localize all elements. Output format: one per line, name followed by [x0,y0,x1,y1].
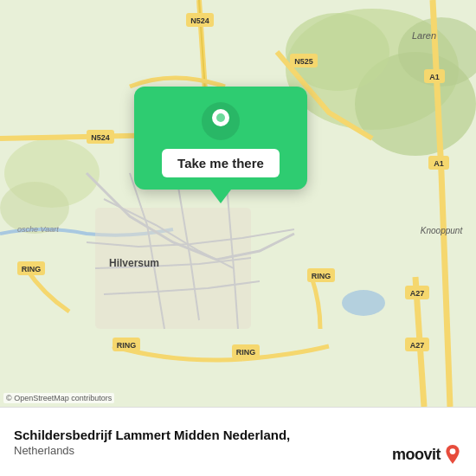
svg-text:A27: A27 [410,341,425,350]
footer: Schildersbedrijf Lammert Midden Nederlan… [0,407,476,476]
svg-text:A1: A1 [434,159,444,168]
svg-point-7 [342,290,385,316]
moovit-logo: moovit [392,445,462,464]
popup-card: Take me there [134,87,307,190]
svg-text:RING: RING [236,348,256,357]
svg-text:osche Vaart: osche Vaart [17,225,59,234]
svg-text:Laren: Laren [412,30,436,41]
svg-text:Hilversum: Hilversum [109,257,159,269]
svg-point-38 [450,448,456,454]
svg-text:Knooppunt: Knooppunt [421,226,464,235]
svg-text:RING: RING [22,265,42,273]
svg-text:RING: RING [312,272,331,280]
moovit-icon [443,445,462,464]
svg-text:A27: A27 [410,289,425,298]
business-name: Schildersbedrijf Lammert Midden Nederlan… [14,428,462,442]
location-pin-icon [202,102,240,140]
moovit-text: moovit [392,446,441,464]
svg-text:A1: A1 [429,73,440,81]
svg-text:N524: N524 [190,16,209,25]
svg-text:N525: N525 [294,57,313,66]
svg-text:N524: N524 [91,133,110,142]
svg-text:RING: RING [117,341,137,350]
take-me-there-button[interactable]: Take me there [162,149,280,177]
map-svg: N524 N524 N525 A1 A1 A27 A27 RING RING R… [0,0,476,407]
map-container: N524 N524 N525 A1 A1 A27 A27 RING RING R… [0,0,476,407]
osm-credit: © OpenStreetMap contributors [3,393,114,403]
